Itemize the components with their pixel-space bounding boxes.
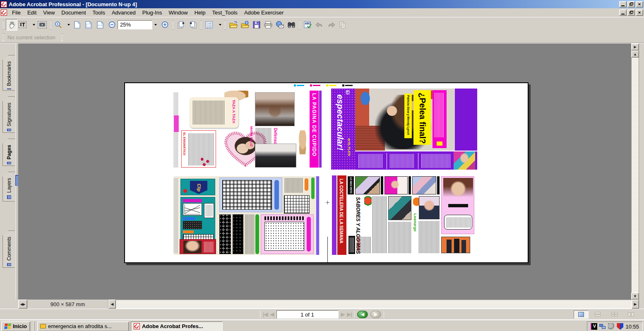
minus-circle-icon <box>108 21 116 29</box>
single-page-layout-button[interactable] <box>574 310 589 319</box>
hscrollbar-track[interactable] <box>116 300 632 309</box>
orange-pill-label <box>305 178 308 191</box>
sidebar-tab-comments[interactable]: Comments <box>2 230 15 268</box>
page-puzzles: Clip <box>174 176 320 255</box>
zoom-out-button[interactable] <box>106 19 118 31</box>
toolbar-grip[interactable] <box>2 20 4 29</box>
task-list-button[interactable]: 123 <box>204 19 223 31</box>
first-page-button[interactable]: |◀ <box>263 311 268 317</box>
menu-item-advanced[interactable]: Advanced <box>108 9 139 17</box>
facing-layout-button[interactable] <box>623 310 638 319</box>
next-page-view-button[interactable] <box>175 19 187 31</box>
menu-item-plug-ins[interactable]: Plug-Ins <box>139 9 166 17</box>
document-icon[interactable] <box>1 10 7 16</box>
taskbar-task-0[interactable]: emergencia en afrodita s... <box>37 321 129 331</box>
toolbar-grip[interactable] <box>172 20 174 29</box>
document-pane[interactable]: TAZA A TAZA EL ENIGMÁTICO MAMA FELIZ Def… <box>18 43 631 300</box>
hand-tool-button[interactable] <box>6 19 17 31</box>
portrait-photo <box>255 92 295 126</box>
redo-button[interactable] <box>325 19 337 31</box>
minimize-button[interactable] <box>619 1 627 7</box>
zoom-level-input[interactable] <box>118 20 152 29</box>
copy-button[interactable] <box>337 19 348 31</box>
fit-width-button[interactable] <box>94 19 106 31</box>
previous-page-button[interactable]: ◀ <box>270 311 274 317</box>
menu-item-adobe-exerciser[interactable]: Adobe Exerciser <box>241 9 287 17</box>
tray-audio-icon[interactable] <box>608 323 615 330</box>
fit-page-button[interactable] <box>83 19 94 31</box>
continuous-layout-button[interactable] <box>590 310 605 319</box>
close-button[interactable]: × <box>636 1 643 7</box>
page-position-field[interactable]: 1 of 1 <box>276 310 339 319</box>
actual-size-button[interactable] <box>71 19 83 31</box>
previous-view-button[interactable]: ◀ <box>357 311 368 318</box>
email-button[interactable] <box>274 19 286 31</box>
next-view-button[interactable]: ▶ <box>370 311 381 318</box>
save-button[interactable] <box>251 19 262 31</box>
tab-grip[interactable] <box>7 263 11 266</box>
zoom-in-button[interactable] <box>159 19 171 31</box>
print-button[interactable] <box>262 19 274 31</box>
menu-item-document[interactable]: Document <box>58 9 89 17</box>
pane-toggle-button[interactable]: ◀▶ <box>18 300 27 309</box>
toolbar-grip[interactable] <box>299 20 300 29</box>
next-page-button[interactable]: ▶ <box>341 311 345 317</box>
open-web-page-button[interactable] <box>239 19 251 31</box>
taskbar-task-1[interactable]: Adobe Acrobat Profes... <box>131 321 223 331</box>
toolbar-grip[interactable] <box>200 20 202 29</box>
tray-shield-icon[interactable] <box>617 323 623 330</box>
toolbar-grip[interactable] <box>2 34 4 41</box>
menu-item-edit[interactable]: Edit <box>24 9 40 17</box>
menu-item-help[interactable]: Help <box>191 9 209 17</box>
sidebar-tab-pages[interactable]: Pages <box>2 139 15 166</box>
tray-network-icon[interactable] <box>599 323 606 330</box>
continuous-facing-icon <box>611 312 618 317</box>
scrollbar-track[interactable] <box>631 58 639 293</box>
toolbar-grip[interactable] <box>224 20 226 29</box>
bitter-label: Loamargo <box>413 213 417 232</box>
open-button[interactable] <box>228 19 239 31</box>
previous-page-view-button[interactable] <box>187 19 199 31</box>
scroll-up-button[interactable]: ▲ <box>631 50 639 58</box>
undo-button[interactable] <box>314 19 325 31</box>
tray-v-icon[interactable]: V <box>591 323 597 330</box>
tab-grip[interactable] <box>7 89 11 89</box>
search-button[interactable] <box>286 19 297 31</box>
text-select-tool-button[interactable]: IT <box>17 19 36 31</box>
doc-close-button[interactable]: × <box>636 10 643 16</box>
registration-mark <box>326 84 336 86</box>
toolbar-grip[interactable] <box>61 34 63 41</box>
vertical-scrollbar[interactable]: ▶ ▲ ▼ <box>631 43 639 300</box>
menu-item-file[interactable]: File <box>9 9 24 17</box>
tab-grip[interactable] <box>7 129 11 131</box>
restore-button[interactable] <box>627 1 635 7</box>
tab-grip[interactable] <box>7 162 11 164</box>
pdf-sheet: TAZA A TAZA EL ENIGMÁTICO MAMA FELIZ Def… <box>124 82 529 263</box>
snapshot-tool-button[interactable] <box>36 19 48 31</box>
sidebar-tab-layers[interactable]: Layers <box>2 172 15 201</box>
panel-label <box>183 217 195 220</box>
doc-restore-button[interactable] <box>627 10 635 16</box>
sidebar-tab-signatures[interactable]: Signatures <box>2 96 15 133</box>
menu-item-view[interactable]: View <box>40 9 58 17</box>
last-page-button[interactable]: ▶| <box>347 311 352 317</box>
continuous-facing-layout-button[interactable] <box>607 310 622 319</box>
page-title: LA PAGINA DE CUPIDO <box>311 93 317 156</box>
doc-minimize-button[interactable] <box>619 10 627 16</box>
scroll-left-button[interactable]: ◀ <box>108 300 116 309</box>
tab-grip[interactable] <box>7 195 11 199</box>
pane-options-button[interactable]: ▶ <box>631 43 639 50</box>
scroll-right-button[interactable]: ▶ <box>632 300 639 309</box>
word-block <box>285 178 303 193</box>
menu-item-test-tools[interactable]: Test_Tools <box>209 9 240 17</box>
sidebar-tab-bookmarks[interactable]: Bookmarks <box>2 55 15 91</box>
menu-item-window[interactable]: Window <box>165 9 191 17</box>
spell-check-button[interactable]: ABC <box>302 19 314 31</box>
zoom-tool-button[interactable] <box>53 19 71 31</box>
zoom-dropdown-button[interactable] <box>152 19 159 31</box>
toolbar-grip[interactable] <box>50 20 51 29</box>
start-button[interactable]: Inicio <box>1 321 30 331</box>
copy-icon <box>338 21 347 29</box>
menu-item-tools[interactable]: Tools <box>89 9 108 17</box>
scroll-down-button[interactable]: ▼ <box>631 293 639 300</box>
